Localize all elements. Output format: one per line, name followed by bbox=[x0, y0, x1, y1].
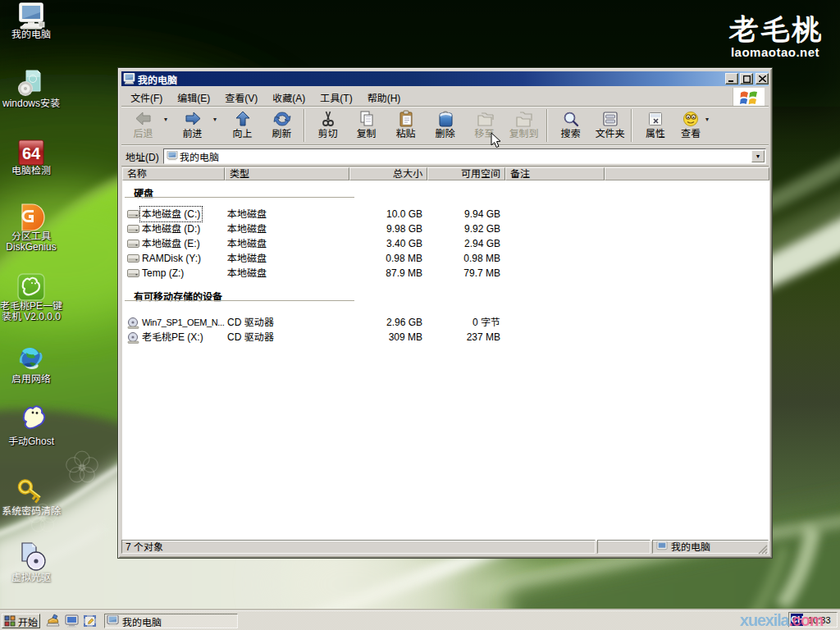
svg-text:64: 64 bbox=[22, 144, 41, 162]
